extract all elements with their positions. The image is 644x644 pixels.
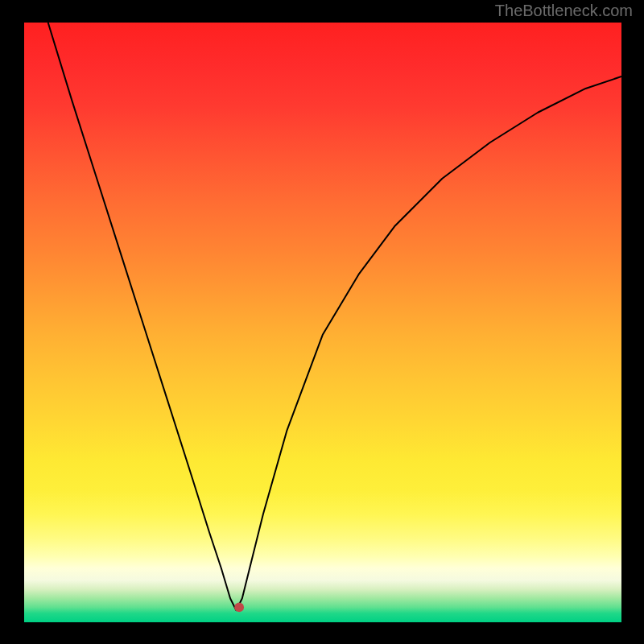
curve-svg [24,23,621,622]
bottleneck-curve [48,23,621,610]
chart-container: TheBottleneck.com [0,0,644,644]
plot-area [24,23,621,622]
minimum-marker [234,602,244,612]
watermark-text: TheBottleneck.com [495,2,633,20]
